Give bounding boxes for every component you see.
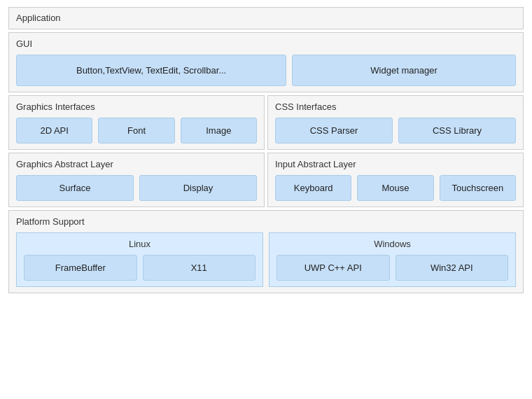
row-abstract: Graphics Abstract Layer Surface Display … (8, 153, 524, 207)
application-label: Application (16, 13, 61, 23)
input-abstract-items: Keyboard Mouse Touchscreen (275, 175, 516, 201)
platform-inner: Linux FrameBuffer X11 Windows UWP C++ AP… (16, 232, 516, 287)
platform-linux: Linux FrameBuffer X11 (16, 232, 263, 287)
gui-row: Button,TextView, TextEdit, Scrollbar... … (16, 55, 516, 86)
application-section: Application (8, 7, 524, 29)
css-item-1: CSS Library (398, 118, 516, 144)
input-abstract-item-0: Keyboard (275, 175, 351, 201)
css-item-0: CSS Parser (275, 118, 393, 144)
row-interfaces: Graphics Interfaces 2D API Font Image CS… (8, 95, 524, 150)
css-interfaces-section: CSS Interfaces CSS Parser CSS Library (267, 95, 524, 150)
graphics-interfaces-section: Graphics Interfaces 2D API Font Image (8, 95, 265, 150)
graphics-abstract-item-1: Display (139, 175, 257, 201)
windows-item-0: UWP C++ API (276, 255, 390, 281)
gui-label: GUI (16, 38, 516, 49)
gui-section: GUI Button,TextView, TextEdit, Scrollbar… (8, 32, 524, 92)
graphics-item-2: Image (181, 118, 257, 144)
css-interfaces-label: CSS Interfaces (275, 102, 516, 112)
graphics-abstract-label: Graphics Abstract Layer (16, 159, 257, 169)
input-abstract-section: Input Abstract Layer Keyboard Mouse Touc… (267, 153, 524, 207)
graphics-abstract-items: Surface Display (16, 175, 257, 201)
input-abstract-label: Input Abstract Layer (275, 159, 516, 169)
windows-item-1: Win32 API (396, 255, 509, 281)
platform-linux-label: Linux (24, 239, 255, 249)
platform-label: Platform Support (16, 216, 516, 227)
gui-box-widget-manager: Widget manager (292, 55, 516, 86)
linux-item-1: X11 (143, 255, 256, 281)
graphics-item-0: 2D API (16, 118, 92, 144)
graphics-abstract-section: Graphics Abstract Layer Surface Display (8, 153, 265, 207)
graphics-interfaces-items: 2D API Font Image (16, 118, 257, 144)
graphics-item-1: Font (98, 118, 174, 144)
platform-windows-items: UWP C++ API Win32 API (276, 255, 508, 281)
input-abstract-item-2: Touchscreen (440, 175, 516, 201)
platform-windows-label: Windows (276, 239, 508, 249)
graphics-abstract-item-0: Surface (16, 175, 134, 201)
graphics-interfaces-label: Graphics Interfaces (16, 102, 257, 112)
linux-item-0: FrameBuffer (24, 255, 137, 281)
diagram: Application GUI Button,TextView, TextEdi… (0, 0, 532, 399)
platform-section: Platform Support Linux FrameBuffer X11 W… (8, 210, 524, 293)
css-interfaces-items: CSS Parser CSS Library (275, 118, 516, 144)
platform-linux-items: FrameBuffer X11 (24, 255, 255, 281)
gui-box-widgets: Button,TextView, TextEdit, Scrollbar... (16, 55, 286, 86)
input-abstract-item-1: Mouse (357, 175, 433, 201)
platform-windows: Windows UWP C++ API Win32 API (269, 232, 516, 287)
